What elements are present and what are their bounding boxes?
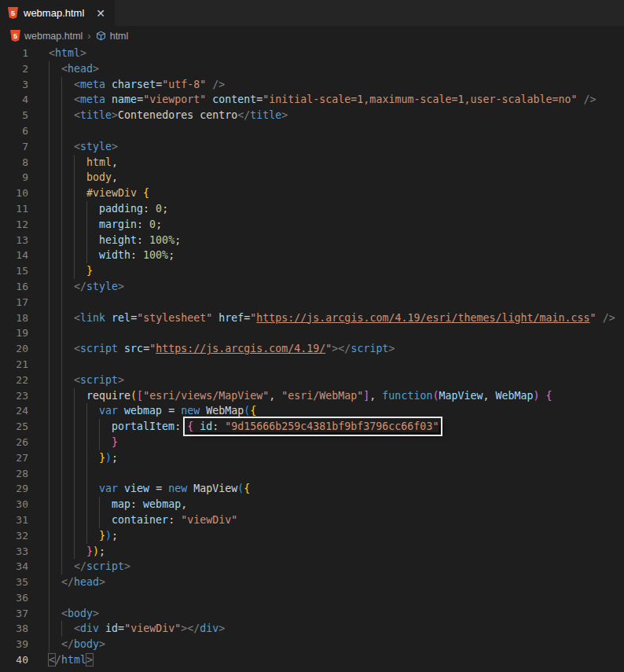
- code-line[interactable]: 2 <head>: [0, 61, 624, 77]
- code-text: </style>: [49, 279, 124, 295]
- line-number: 34: [0, 559, 28, 575]
- code-text: <link rel="stylesheet" href="https://js.…: [49, 310, 615, 326]
- code-line[interactable]: 30 map: webmap,: [0, 497, 624, 512]
- code-line[interactable]: 35 </head>: [0, 575, 624, 590]
- code-line[interactable]: 16 </style>: [0, 279, 624, 295]
- code-line[interactable]: 4 <meta name="viewport" content="initial…: [0, 92, 624, 108]
- line-number: 2: [0, 61, 28, 77]
- line-number: 24: [0, 403, 28, 419]
- indent-guide: [74, 466, 75, 482]
- code-line[interactable]: 3 <meta charset="utf-8" />: [0, 77, 624, 93]
- code-line[interactable]: 12 margin: 0;: [0, 217, 624, 233]
- code-line[interactable]: 38 <div id="viewDiv"></div>: [0, 621, 624, 637]
- code-line[interactable]: 33 });: [0, 544, 624, 560]
- line-number: 21: [0, 357, 28, 373]
- breadcrumb-file-label: webmap.html: [24, 31, 83, 42]
- code-text: <title>Contenedores centro</title>: [49, 108, 288, 123]
- line-number: 17: [0, 295, 28, 310]
- line-number: 36: [0, 590, 28, 606]
- code-line[interactable]: 28: [0, 466, 624, 482]
- code-line[interactable]: 1<html>: [0, 46, 624, 61]
- line-number: 4: [0, 92, 28, 108]
- code-line[interactable]: 23 require(["esri/views/MapView", "esri/…: [0, 388, 624, 404]
- code-line[interactable]: 8 html,: [0, 155, 624, 171]
- indent-guide: [61, 325, 62, 341]
- code-text: <head>: [49, 61, 99, 77]
- code-text: }: [49, 435, 118, 450]
- code-text: #viewDiv {: [49, 185, 149, 201]
- code-text: map: webmap,: [49, 497, 187, 512]
- code-line[interactable]: 15 }: [0, 263, 624, 279]
- line-number: 23: [0, 388, 28, 404]
- line-number: 25: [0, 419, 28, 435]
- code-text: margin: 0;: [49, 217, 162, 233]
- code-text: require(["esri/views/MapView", "esri/Web…: [49, 388, 552, 404]
- line-number: 9: [0, 170, 28, 185]
- code-line[interactable]: 31 container: "viewDiv": [0, 512, 624, 528]
- code-line[interactable]: 39 </body>: [0, 637, 624, 652]
- code-text: }: [49, 263, 93, 279]
- indent-guide: [49, 295, 50, 310]
- indent-guide: [49, 325, 50, 341]
- code-line[interactable]: 18 <link rel="stylesheet" href="https://…: [0, 310, 624, 326]
- line-number: 26: [0, 435, 28, 450]
- indent-guide: [61, 466, 62, 482]
- code-text: portalItem: { id: "9d15666b259c4381bf9bf…: [49, 419, 439, 435]
- line-number: 40: [0, 652, 28, 668]
- code-line[interactable]: 7 <style>: [0, 139, 624, 155]
- indent-guide: [61, 295, 62, 310]
- code-text: });: [49, 528, 118, 544]
- code-text: </head>: [49, 575, 105, 590]
- code-line[interactable]: 27 });: [0, 450, 624, 466]
- line-number: 7: [0, 139, 28, 155]
- breadcrumb-item-file[interactable]: 5 webmap.html: [10, 30, 83, 42]
- line-number: 28: [0, 466, 28, 482]
- line-number: 31: [0, 512, 28, 528]
- line-number: 11: [0, 201, 28, 217]
- code-line[interactable]: 22 <script>: [0, 373, 624, 388]
- code-line[interactable]: 11 padding: 0;: [0, 201, 624, 217]
- line-number: 13: [0, 233, 28, 248]
- line-number: 15: [0, 263, 28, 279]
- code-line[interactable]: 29 var view = new MapView({: [0, 481, 624, 497]
- line-number: 32: [0, 528, 28, 544]
- code-line[interactable]: 34 </script>: [0, 559, 624, 575]
- code-text: html,: [49, 155, 118, 171]
- code-line[interactable]: 10 #viewDiv {: [0, 185, 624, 201]
- portal-item-highlight-box: { id: "9d15666b259c4381bf9bf3796cc66f03": [187, 420, 439, 432]
- tab-webmap-html[interactable]: 5 webmap.html ✕: [0, 0, 115, 26]
- line-number: 29: [0, 481, 28, 497]
- code-line[interactable]: 14 width: 100%;: [0, 248, 624, 263]
- code-line[interactable]: 5 <title>Contenedores centro</title>: [0, 108, 624, 123]
- code-line[interactable]: 17: [0, 295, 624, 310]
- breadcrumb-item-html[interactable]: html: [96, 31, 129, 42]
- line-number: 27: [0, 450, 28, 466]
- breadcrumb-symbol-label: html: [110, 31, 129, 42]
- code-text: width: 100%;: [49, 248, 174, 263]
- code-text: </body>: [49, 637, 105, 652]
- code-line[interactable]: 20 <script src="https://js.arcgis.com/4.…: [0, 341, 624, 357]
- code-line[interactable]: 26 }: [0, 435, 624, 450]
- code-text: var webmap = new WebMap({: [49, 403, 256, 419]
- code-line[interactable]: 36: [0, 590, 624, 606]
- line-number: 10: [0, 185, 28, 201]
- code-line[interactable]: 21: [0, 357, 624, 373]
- code-line[interactable]: 13 height: 100%;: [0, 233, 624, 248]
- code-editor[interactable]: 1<html>2 <head>3 <meta charset="utf-8" /…: [0, 46, 624, 668]
- code-line[interactable]: 32 });: [0, 528, 624, 544]
- code-text: <html>: [49, 46, 86, 61]
- code-text: </html>: [49, 652, 93, 668]
- chevron-right-icon: ›: [87, 30, 90, 42]
- code-line[interactable]: 6: [0, 123, 624, 139]
- code-line[interactable]: 24 var webmap = new WebMap({: [0, 403, 624, 419]
- code-line[interactable]: 40</html>: [0, 652, 624, 668]
- code-line[interactable]: 25 portalItem: { id: "9d15666b259c4381bf…: [0, 419, 624, 435]
- close-icon[interactable]: ✕: [96, 8, 105, 19]
- code-line[interactable]: 37 <body>: [0, 606, 624, 622]
- indent-guide: [61, 123, 62, 139]
- code-line[interactable]: 9 body,: [0, 170, 624, 185]
- code-text: });: [49, 544, 105, 560]
- code-text: </script>: [49, 559, 130, 575]
- code-line[interactable]: 19: [0, 325, 624, 341]
- code-text: padding: 0;: [49, 201, 168, 217]
